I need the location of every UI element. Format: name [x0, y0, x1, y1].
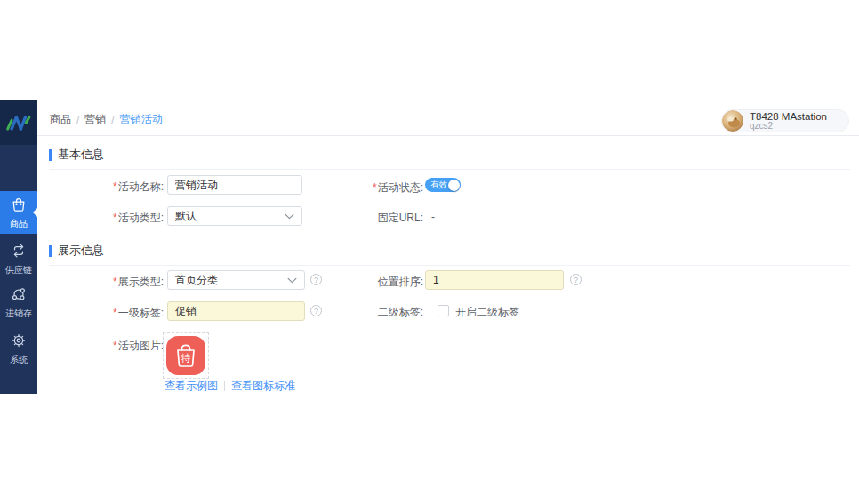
- fixed-url-label: 固定URL:: [340, 211, 423, 226]
- breadcrumb-separator: /: [76, 114, 79, 126]
- toggle-knob: [448, 180, 460, 191]
- sidebar-item-label: 商品: [10, 218, 28, 230]
- activity-status-label: *活动状态:: [340, 180, 423, 196]
- display-type-label: *展示类型:: [39, 275, 164, 290]
- fixed-url-value: -: [431, 211, 435, 223]
- breadcrumb-bar: 商品 / 营销 / 营销活动: [37, 100, 859, 136]
- sidebar-nav: 商品 供应链: [0, 145, 37, 394]
- chevron-down-icon: [285, 213, 294, 220]
- image-links: 查看示例图 查看图标标准: [165, 379, 295, 394]
- secondary-tag-checkbox-label: 开启二级标签: [455, 305, 519, 320]
- link-divider: [224, 381, 225, 391]
- required-mark: *: [113, 340, 117, 352]
- sidebar-item-label: 供应链: [5, 264, 32, 276]
- user-meta: T8428 MAstation qzcs2: [750, 111, 827, 132]
- sidebar-item-inventory[interactable]: 进销存: [0, 281, 37, 324]
- app-window: 商品 供应链: [0, 100, 859, 394]
- user-subtitle: qzcs2: [750, 122, 827, 132]
- breadcrumb-item-current[interactable]: 营销活动: [120, 112, 163, 127]
- section-accent-bar: [49, 149, 52, 161]
- sidebar: 商品 供应链: [0, 100, 37, 394]
- help-icon[interactable]: ?: [310, 274, 322, 285]
- sidebar-item-supply-chain[interactable]: 供应链: [0, 237, 37, 280]
- main-content: 商品 / 营销 / 营销活动: [37, 100, 859, 394]
- section-title-text: 展示信息: [58, 243, 104, 259]
- shopping-bag-icon: [10, 196, 28, 215]
- required-mark: *: [113, 307, 117, 319]
- section-title-text: 基本信息: [58, 147, 104, 163]
- section-accent-bar: [49, 245, 52, 257]
- sidebar-item-label: 系统: [10, 354, 28, 366]
- breadcrumb-item-marketing[interactable]: 营销: [84, 112, 106, 127]
- secondary-tag-checkbox[interactable]: [438, 305, 449, 316]
- required-mark: *: [113, 180, 117, 193]
- activity-image-upload[interactable]: 特: [163, 332, 209, 379]
- brand-logo[interactable]: [0, 100, 37, 145]
- exchange-arrows-icon: [10, 242, 28, 261]
- primary-tag-label: *一级标签:: [39, 306, 164, 321]
- breadcrumb: 商品 / 营销 / 营销活动: [50, 112, 163, 127]
- chevron-down-icon: [287, 277, 297, 284]
- help-icon[interactable]: ?: [570, 274, 582, 285]
- promo-badge-icon: 特: [166, 336, 205, 375]
- activity-type-label: *活动类型:: [39, 211, 164, 226]
- toggle-on-label: 有效: [430, 178, 447, 192]
- section-basic-info: 基本信息: [49, 147, 850, 170]
- svg-text:特: 特: [180, 352, 191, 364]
- secondary-tag-label: 二级标签:: [340, 305, 423, 320]
- activity-name-input[interactable]: [167, 175, 302, 195]
- activity-status-toggle[interactable]: 有效: [425, 178, 461, 192]
- required-mark: *: [113, 276, 117, 288]
- share-nodes-icon: [10, 285, 28, 305]
- breadcrumb-separator: /: [111, 114, 114, 126]
- required-mark: *: [113, 212, 117, 224]
- select-value: 首页分类: [175, 273, 218, 288]
- primary-tag-input[interactable]: [167, 301, 305, 321]
- help-icon[interactable]: ?: [310, 305, 322, 316]
- sidebar-item-goods[interactable]: 商品: [0, 191, 37, 234]
- sidebar-item-label: 进销存: [5, 308, 32, 320]
- position-order-input[interactable]: [425, 270, 564, 290]
- position-order-label: 位置排序:: [340, 275, 423, 290]
- select-value: 默认: [175, 209, 197, 224]
- brand-logo-icon: [5, 113, 32, 132]
- user-name: T8428 MAstation: [750, 111, 827, 122]
- avatar: [722, 110, 743, 132]
- activity-image-label: *活动图片:: [39, 339, 164, 354]
- required-mark: *: [373, 181, 377, 194]
- activity-type-select[interactable]: 默认: [167, 206, 302, 226]
- view-icon-standard-link[interactable]: 查看图标标准: [231, 379, 295, 394]
- sidebar-item-system[interactable]: 系统: [0, 327, 37, 370]
- activity-name-label: *活动名称:: [39, 180, 164, 195]
- display-type-select[interactable]: 首页分类: [167, 270, 305, 290]
- section-display-info: 展示信息: [49, 243, 850, 266]
- user-chip[interactable]: T8428 MAstation qzcs2: [721, 109, 849, 132]
- gear-icon: [10, 332, 28, 351]
- view-example-link[interactable]: 查看示例图: [165, 379, 218, 394]
- breadcrumb-item-goods[interactable]: 商品: [50, 112, 71, 127]
